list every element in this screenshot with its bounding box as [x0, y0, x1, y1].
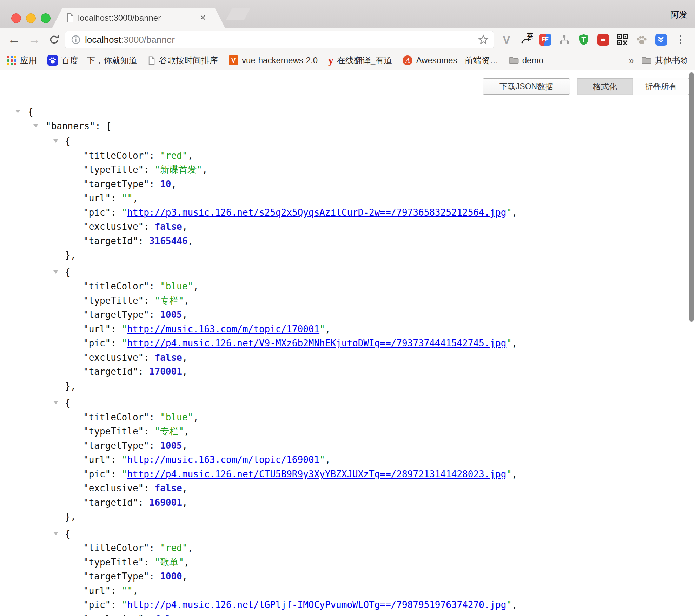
json-key: "exclusive": [83, 221, 144, 232]
json-link[interactable]: http://p4.music.126.net/V9-MXz6b2MNhEKju…: [127, 338, 506, 348]
json-field-pic: "pic": "http://p4.music.126.net/V9-MXz6b…: [65, 336, 687, 350]
banner-item-box: {"titleColor": "red","typeTitle": "歌单","…: [49, 526, 687, 616]
browser-tab[interactable]: localhost:3000/banner ×: [52, 8, 225, 28]
json-quote: ": [122, 207, 127, 218]
download-json-button[interactable]: 下载JSON数据: [483, 78, 570, 95]
tab-close-icon[interactable]: ×: [200, 12, 206, 23]
json-field-exclusive: "exclusive": false,: [65, 612, 687, 616]
bookmark-vue-hackernews[interactable]: V vue-hackernews-2.0: [229, 55, 318, 65]
paw-extension-icon[interactable]: [635, 33, 648, 46]
bookmark-star-icon[interactable]: [478, 34, 489, 45]
collapse-toggle-icon[interactable]: [53, 401, 58, 404]
collapse-toggle-icon[interactable]: [53, 139, 58, 143]
json-close-line: },: [49, 379, 687, 393]
json-token: {: [65, 136, 71, 146]
fe-helper-extension-icon[interactable]: FE: [538, 33, 552, 46]
collapse-toggle-icon[interactable]: [53, 532, 58, 535]
bookmark-awesomes[interactable]: A Awesomes - 前端资…: [403, 55, 498, 66]
json-token: ,: [187, 150, 193, 161]
json-token: ,: [512, 207, 517, 218]
json-key: "titleColor": [83, 150, 149, 161]
json-token: :: [149, 571, 160, 582]
json-field-titleColor: "titleColor": "blue",: [65, 410, 687, 425]
window-titlebar: localhost:3000/banner × 阿发: [0, 0, 695, 28]
collapse-toggle-icon[interactable]: [15, 110, 20, 113]
json-quote: ": [122, 599, 127, 610]
close-window-button[interactable]: [11, 13, 21, 23]
json-token: ,: [187, 543, 193, 553]
bookmark-demo-folder[interactable]: demo: [509, 55, 543, 65]
collapse-all-button[interactable]: 折叠所有: [633, 78, 689, 95]
json-root-children: "banners": [{"titleColor": "red","typeTi…: [30, 119, 695, 616]
json-field-titleColor: "titleColor": "red",: [65, 541, 687, 555]
json-keyword: false: [155, 221, 182, 232]
json-field-typeTitle: "typeTitle": "新碟首发",: [65, 163, 687, 177]
bookmark-google-sorted[interactable]: 谷歌按时间排序: [148, 55, 218, 66]
json-token: :: [111, 469, 121, 479]
tampermonkey-shield-icon[interactable]: [577, 33, 590, 46]
video-downloader-icon[interactable]: ▶▶: [596, 33, 610, 46]
json-link[interactable]: http://p4.music.126.net/tGPljf-IMOCyPvum…: [127, 599, 506, 610]
bookmarks-bar: 应用 百度一下，你就知道 谷歌按时间排序 V vue-hackernews-2.…: [0, 51, 695, 70]
bookmark-baidu[interactable]: 百度一下，你就知道: [47, 55, 137, 66]
profile-name[interactable]: 阿发: [670, 9, 687, 20]
json-field-titleColor: "titleColor": "blue",: [65, 279, 687, 294]
json-token: :: [149, 179, 160, 189]
json-field-targetId: "targetId": 3165446,: [65, 234, 687, 248]
browser-toolbar: ← → localhost:3000/banner V 英 FE: [0, 28, 695, 51]
json-link[interactable]: http://music.163.com/m/topic/170001: [127, 324, 319, 334]
json-token: ,: [182, 497, 188, 508]
fullscreen-window-button[interactable]: [41, 13, 51, 23]
json-token: ,: [184, 557, 190, 568]
banner-item-box: {"titleColor": "blue","typeTitle": "专栏",…: [49, 395, 687, 525]
new-tab-button[interactable]: [226, 8, 250, 20]
scrollbar[interactable]: [689, 72, 694, 322]
bookmark-label: 百度一下，你就知道: [61, 55, 137, 66]
page-info-icon[interactable]: [71, 35, 81, 45]
minimize-window-button[interactable]: [26, 13, 36, 23]
json-string: "新碟首发": [155, 164, 202, 175]
address-bar[interactable]: localhost:3000/banner: [65, 31, 494, 48]
bookmark-apps[interactable]: 应用: [7, 55, 37, 66]
checkin-extension-icon[interactable]: [654, 33, 668, 46]
json-token: ,: [182, 571, 188, 582]
translate-extension-icon[interactable]: 英: [519, 33, 532, 46]
json-key: "targetType": [83, 571, 149, 582]
browser-menu-icon[interactable]: [674, 33, 687, 46]
json-token: },: [65, 381, 76, 391]
bookmark-youdao[interactable]: y 在线翻译_有道: [328, 54, 392, 66]
collapse-toggle-icon[interactable]: [53, 270, 58, 274]
json-quote: ": [122, 324, 127, 334]
qr-code-icon[interactable]: [616, 33, 629, 46]
tab-title: localhost:3000/banner: [78, 13, 161, 23]
json-token: ,: [512, 599, 517, 610]
json-link[interactable]: http://p4.music.126.net/CTU5B9R9y3XyYBZX…: [127, 469, 506, 479]
json-key: "pic": [83, 599, 111, 610]
json-number: 1005: [160, 309, 182, 320]
collapse-toggle-icon[interactable]: [33, 124, 38, 127]
back-icon[interactable]: ←: [8, 31, 20, 47]
json-key: "targetType": [83, 309, 149, 320]
format-button[interactable]: 格式化: [577, 78, 633, 95]
page-content: 下载JSON数据 格式化 折叠所有 {"banners": [{"titleCo…: [0, 70, 695, 616]
baidu-paw-icon: [47, 55, 58, 66]
json-link[interactable]: http://music.163.com/m/topic/169001: [127, 454, 319, 465]
json-field-exclusive: "exclusive": false,: [65, 350, 687, 365]
json-token: :: [111, 599, 121, 610]
json-field-typeTitle: "typeTitle": "歌单",: [65, 555, 687, 570]
vue-devtools-icon[interactable]: V: [500, 33, 513, 46]
bookmarks-overflow-icon[interactable]: »: [629, 55, 634, 66]
json-link[interactable]: http://p3.music.126.net/s25q2x5QyqsAzilC…: [127, 207, 506, 218]
other-bookmarks-folder[interactable]: 其他书签: [642, 55, 689, 66]
reload-icon[interactable]: [48, 34, 60, 45]
json-keyword: false: [155, 614, 182, 616]
json-token: :: [144, 426, 154, 437]
json-token: ,: [184, 295, 190, 306]
awesomes-icon: A: [403, 55, 412, 65]
json-open-line: {: [49, 396, 687, 410]
json-number: 170001: [149, 366, 182, 377]
json-token: :: [144, 483, 154, 493]
json-string: "专栏": [155, 295, 184, 306]
page-icon: [148, 56, 155, 65]
sitemap-extension-icon[interactable]: [558, 33, 571, 46]
